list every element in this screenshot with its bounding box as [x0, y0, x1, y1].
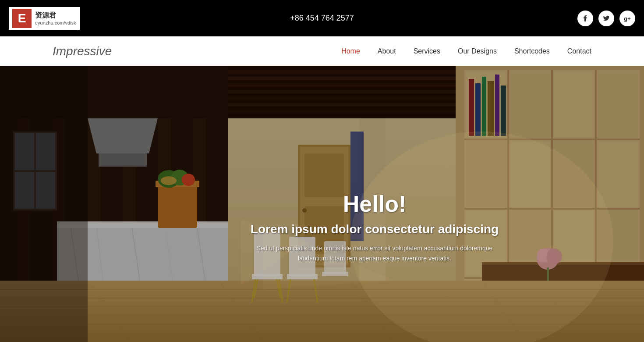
nav-home[interactable]: Home — [341, 47, 360, 55]
hero-description: Sed ut perspiciatis unde omnis iste natu… — [243, 243, 506, 263]
social-icons: g+ — [577, 11, 635, 26]
nav-our-designs[interactable]: Our Designs — [458, 47, 497, 55]
nav-links: Home About Services Our Designs Shortcod… — [341, 47, 591, 55]
svg-text:g+: g+ — [624, 15, 631, 22]
facebook-icon[interactable] — [577, 11, 593, 26]
brand-letter: E — [12, 9, 32, 28]
twitter-icon[interactable] — [598, 11, 614, 26]
brand-name: 资源君 — [35, 11, 76, 20]
hero-section: Hello! Lorem ipsum dolor consectetur adi… — [0, 66, 644, 342]
brand-badge: E 资源君 eyunzhu.com/vdisk — [9, 7, 80, 30]
svg-rect-112 — [0, 66, 88, 342]
top-bar: E 资源君 eyunzhu.com/vdisk +86 454 764 2577… — [0, 0, 644, 36]
nav-contact[interactable]: Contact — [567, 47, 591, 55]
site-logo: Impressive — [53, 44, 112, 58]
nav-shortcodes[interactable]: Shortcodes — [514, 47, 550, 55]
nav-bar: Impressive Home About Services Our Desig… — [0, 36, 644, 66]
nav-services[interactable]: Services — [414, 47, 440, 55]
nav-about[interactable]: About — [378, 47, 396, 55]
brand-text: 资源君 eyunzhu.com/vdisk — [35, 11, 76, 25]
brand-url: eyunzhu.com/vdisk — [35, 20, 76, 25]
hero-subheading: Lorem ipsum dolor consectetur adipiscing — [243, 222, 506, 236]
hero-heading: Hello! — [243, 191, 506, 217]
phone-number: +86 454 764 2577 — [290, 14, 354, 23]
googleplus-icon[interactable]: g+ — [619, 11, 635, 26]
hero-text-block: Hello! Lorem ipsum dolor consectetur adi… — [243, 191, 506, 263]
